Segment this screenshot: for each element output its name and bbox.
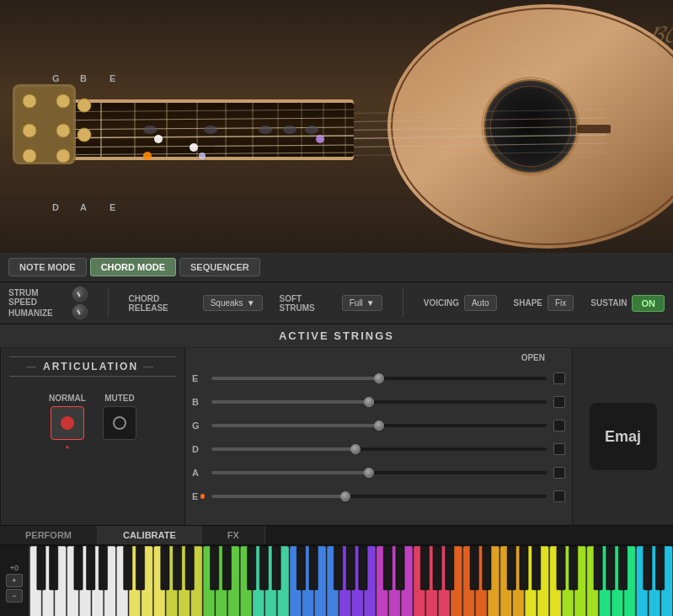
string-name-e1: E (192, 373, 205, 383)
note-mode-button[interactable]: NOTE MODE (8, 258, 87, 276)
svg-rect-132 (359, 546, 367, 590)
muted-button[interactable] (103, 406, 136, 440)
svg-rect-145 (594, 546, 602, 590)
chord-display: Emaj (572, 348, 673, 525)
string-row-b: B (185, 390, 572, 414)
svg-rect-116 (87, 546, 95, 590)
knob-pair (72, 287, 88, 319)
svg-point-35 (204, 126, 217, 134)
open-checkbox-e1[interactable] (553, 372, 565, 384)
humanize-knob[interactable] (72, 304, 88, 319)
string-row-e2: E (185, 485, 572, 508)
chord-release-label: CHORD RELEASE (129, 294, 198, 313)
svg-point-47 (56, 94, 70, 108)
strum-speed-knob[interactable] (72, 287, 88, 302)
svg-rect-118 (124, 546, 132, 590)
open-checkbox-d[interactable] (553, 443, 565, 455)
strum-humanize-labels: STRUM SPEED HUMANIZE (8, 288, 67, 318)
svg-point-36 (259, 126, 272, 134)
chord-release-value: Squeaks (211, 298, 243, 308)
shape-value-btn[interactable]: Fix (547, 295, 574, 311)
svg-rect-125 (248, 546, 256, 590)
articulation-buttons: NORMAL ● MUTED (49, 394, 136, 451)
string-name-a: A (192, 468, 205, 478)
svg-rect-149 (655, 546, 664, 590)
svg-text:B: B (80, 73, 87, 83)
string-row-e1: E (185, 367, 572, 390)
sustain-toggle[interactable]: ON (632, 295, 665, 312)
soft-strums-dropdown[interactable]: Full ▼ (342, 295, 382, 311)
open-checkbox-e2[interactable] (553, 490, 565, 502)
string-row-d: D (185, 437, 572, 461)
svg-rect-127 (272, 546, 280, 590)
open-checkbox-b[interactable] (553, 396, 565, 408)
sustain-label: SUSTAIN (590, 298, 627, 308)
piano-keyboard[interactable] (29, 545, 673, 616)
svg-point-43 (316, 135, 324, 143)
tab-calibrate[interactable]: CALIBRATE (98, 526, 202, 544)
svg-point-42 (143, 152, 152, 160)
svg-rect-120 (161, 546, 169, 590)
tab-fx[interactable]: FX (202, 526, 265, 544)
voicing-value-btn[interactable]: Auto (464, 295, 497, 311)
svg-text:G: G (52, 73, 60, 83)
svg-rect-117 (99, 546, 107, 590)
articulation-title-text: ARTICULATION (43, 361, 138, 372)
svg-rect-122 (185, 546, 194, 590)
open-checkbox-a[interactable] (553, 467, 565, 479)
svg-point-50 (56, 124, 70, 137)
svg-rect-124 (222, 546, 231, 590)
sustain-group: SUSTAIN ON (590, 295, 665, 312)
svg-rect-137 (446, 546, 454, 590)
string-name-e2: E (192, 491, 205, 501)
active-strings-section: OPEN E B G (185, 348, 572, 525)
open-checkbox-g[interactable] (553, 420, 565, 431)
svg-rect-134 (396, 546, 404, 590)
svg-point-37 (283, 126, 296, 134)
normal-icon (61, 416, 74, 430)
voicing-group: VOICING Auto (424, 295, 497, 311)
shape-value: Fix (555, 298, 566, 308)
humanize-label: HUMANIZE (8, 308, 67, 318)
svg-rect-140 (507, 546, 515, 590)
soft-strums-group: SOFT STRUMS Full ▼ (280, 294, 382, 313)
svg-point-53 (56, 149, 70, 163)
svg-point-41 (199, 153, 206, 159)
string-slider-a[interactable] (211, 471, 547, 474)
active-strings-header: ACTIVE STRINGS (0, 324, 673, 348)
pitch-down-btn[interactable]: − (6, 589, 23, 603)
string-name-b: B (192, 397, 205, 407)
normal-dot: ● (66, 443, 70, 451)
chord-name: Emaj (605, 428, 641, 446)
svg-rect-130 (334, 546, 342, 590)
string-row-g: G (185, 414, 572, 437)
svg-rect-142 (532, 546, 541, 590)
soft-strums-value: Full (350, 298, 363, 308)
muted-label: MUTED (104, 394, 135, 403)
chord-release-dropdown[interactable]: Squeaks ▼ (203, 295, 263, 311)
svg-point-34 (143, 126, 157, 134)
svg-rect-131 (346, 546, 355, 590)
svg-text:E: E (109, 73, 115, 83)
string-slider-b[interactable] (211, 400, 547, 404)
svg-text:𝓑𝓒: 𝓑𝓒 (649, 21, 673, 47)
svg-rect-114 (50, 546, 58, 590)
tab-perform[interactable]: PERFORM (0, 526, 98, 544)
svg-text:A: A (80, 202, 87, 212)
guitar-section: 𝓑𝓒 (0, 0, 673, 253)
sequencer-button[interactable]: SEQUENCER (179, 258, 260, 276)
svg-rect-119 (136, 546, 144, 590)
string-name-d: D (192, 444, 205, 454)
string-slider-d[interactable] (211, 447, 547, 451)
string-slider-e1[interactable] (211, 377, 547, 380)
strum-speed-label: STRUM SPEED (8, 288, 67, 307)
svg-point-52 (23, 149, 36, 163)
svg-rect-115 (74, 546, 83, 590)
string-slider-e2[interactable] (211, 495, 547, 498)
normal-button[interactable] (51, 406, 84, 440)
chord-mode-button[interactable]: CHORD MODE (90, 258, 176, 276)
main-panel: ARTICULATION NORMAL ● MUTED (0, 348, 673, 525)
pitch-up-btn[interactable]: + (6, 574, 23, 587)
svg-rect-129 (309, 546, 318, 590)
string-slider-g[interactable] (211, 424, 547, 427)
